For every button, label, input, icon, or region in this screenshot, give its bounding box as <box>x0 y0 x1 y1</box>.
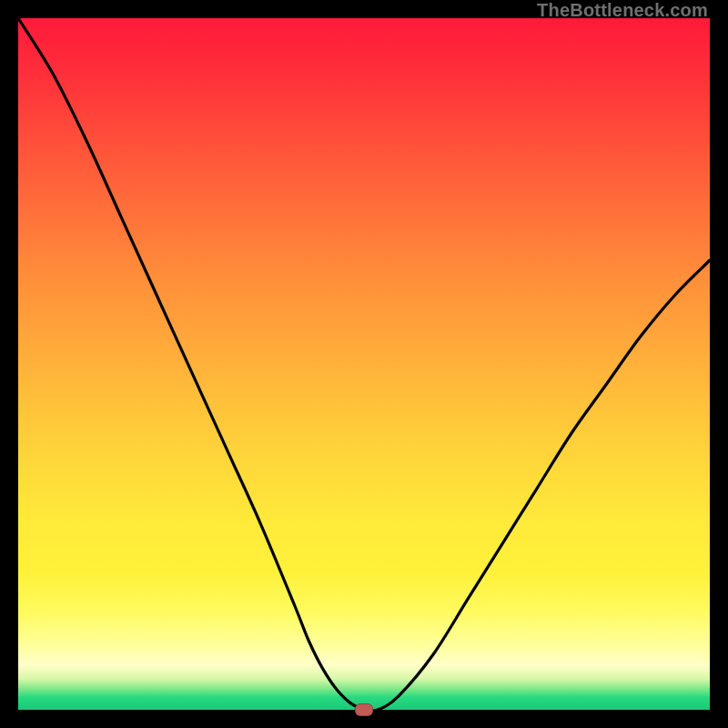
minimum-marker <box>355 703 373 716</box>
plot-area <box>18 18 710 710</box>
bottleneck-curve <box>18 18 710 710</box>
watermark-text: TheBottleneck.com <box>537 0 708 21</box>
chart-frame: TheBottleneck.com <box>0 0 728 728</box>
